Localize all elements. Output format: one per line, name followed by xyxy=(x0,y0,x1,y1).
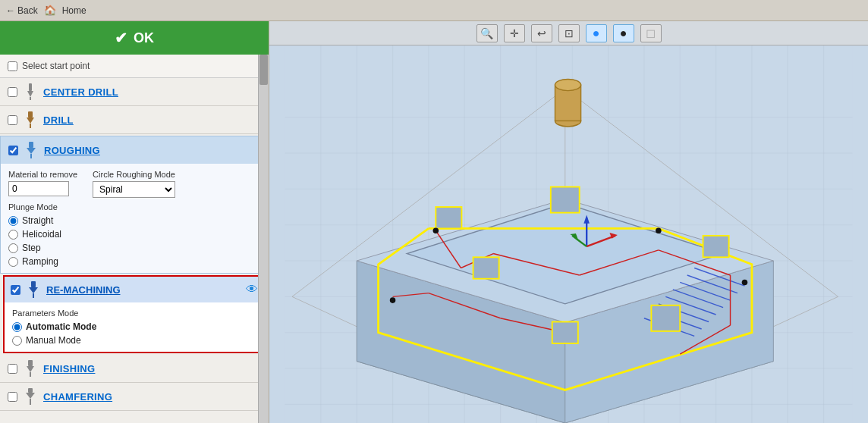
finishing-checkbox[interactable] xyxy=(8,364,17,374)
svg-rect-15 xyxy=(28,388,33,393)
plunge-mode-group: Straight Helicoidal Step Ramping xyxy=(8,215,260,267)
scrollbar-thumb[interactable] xyxy=(259,55,268,85)
svg-rect-9 xyxy=(31,281,36,287)
back-button[interactable]: ← Back xyxy=(6,5,38,16)
params-mode-label: Parameters Mode xyxy=(12,309,256,318)
move-tool-button[interactable]: ✛ xyxy=(504,24,525,42)
viewport-3d-panel: 🔍 ✛ ↩ ⊡ ● ● ◻ xyxy=(269,21,868,423)
svg-marker-4 xyxy=(27,118,34,124)
svg-rect-14 xyxy=(30,372,31,377)
svg-rect-17 xyxy=(30,399,31,405)
finishing-row: FINISHING xyxy=(0,355,269,383)
back-label: Back xyxy=(17,5,38,16)
svg-rect-8 xyxy=(30,154,32,158)
ok-checkmark-icon: ✔ xyxy=(115,29,127,47)
center-drill-name[interactable]: CENTER DRILL xyxy=(43,86,118,98)
topbar-separator: 🏠 xyxy=(44,5,56,16)
svg-point-88 xyxy=(390,297,396,303)
svg-rect-2 xyxy=(30,97,31,100)
panel-scrollbar[interactable] xyxy=(258,55,269,423)
plunge-ramping[interactable]: Ramping xyxy=(8,256,260,267)
plunge-step[interactable]: Step xyxy=(8,243,260,253)
square-icon: ◻ xyxy=(646,26,656,40)
eye-icon[interactable]: 👁 xyxy=(246,283,258,296)
material-label: Material to remove xyxy=(8,170,77,179)
svg-rect-11 xyxy=(33,293,34,298)
chamfering-name[interactable]: CHAMFERING xyxy=(43,391,112,403)
svg-rect-12 xyxy=(28,360,33,366)
select-start-row: Select start point xyxy=(0,55,269,78)
material-col: Material to remove xyxy=(8,170,77,196)
dark-circle-icon: ● xyxy=(620,27,627,40)
drill-checkbox[interactable] xyxy=(8,115,17,125)
roughing-checkbox[interactable] xyxy=(8,146,18,155)
chamfering-checkbox[interactable] xyxy=(8,392,17,402)
top-bar: ← Back 🏠 Home xyxy=(0,0,868,21)
svg-rect-6 xyxy=(29,142,33,148)
chamfering-icon xyxy=(22,388,39,405)
plunge-label: Plunge Mode xyxy=(8,202,260,212)
manual-mode-radio[interactable] xyxy=(12,336,22,346)
remachining-header: RE-MACHINING 👁 xyxy=(5,277,264,302)
home-label: Home xyxy=(62,5,86,16)
svg-marker-13 xyxy=(27,366,34,372)
remachining-name[interactable]: RE-MACHINING xyxy=(46,284,241,296)
svg-rect-0 xyxy=(29,83,32,91)
back-arrow-icon: ← xyxy=(6,5,15,16)
svg-point-79 xyxy=(555,79,581,90)
svg-point-87 xyxy=(656,227,662,233)
viewport-3d[interactable] xyxy=(269,45,868,423)
plunge-step-radio[interactable] xyxy=(8,243,18,253)
remachining-checkbox[interactable] xyxy=(11,285,20,295)
svg-marker-1 xyxy=(27,91,33,97)
center-drill-checkbox[interactable] xyxy=(8,87,17,97)
chamfering-row: CHAMFERING xyxy=(0,383,269,411)
roughing-name[interactable]: ROUGHING xyxy=(44,145,100,156)
svg-rect-71 xyxy=(436,207,461,228)
roughing-icon xyxy=(23,142,39,158)
blue-tool-button[interactable]: ● xyxy=(586,24,607,42)
main-layout: ✔ OK Select start point xyxy=(0,21,868,423)
plunge-helicoidal[interactable]: Helicoidal xyxy=(8,229,260,240)
svg-rect-73 xyxy=(703,236,729,257)
center-drill-icon xyxy=(22,83,39,100)
circle-mode-label: Circle Roughing Mode xyxy=(93,170,175,179)
svg-marker-10 xyxy=(29,287,38,293)
zoom-icon: 🔍 xyxy=(480,27,493,39)
drill-name[interactable]: DRILL xyxy=(43,114,74,126)
drill-icon xyxy=(22,111,39,128)
dark-tool-button[interactable]: ● xyxy=(613,24,634,42)
finishing-name[interactable]: FINISHING xyxy=(43,363,95,374)
svg-point-86 xyxy=(433,227,439,233)
plunge-straight[interactable]: Straight xyxy=(8,215,260,226)
svg-rect-72 xyxy=(551,187,580,213)
remachining-icon xyxy=(25,281,42,298)
plunge-ramping-radio[interactable] xyxy=(8,257,18,267)
plunge-helicoidal-radio[interactable] xyxy=(8,230,18,240)
zoom-tool-button[interactable]: 🔍 xyxy=(476,24,498,42)
remachining-section: RE-MACHINING 👁 Parameters Mode Automatic… xyxy=(3,275,266,353)
manual-mode[interactable]: Manual Mode xyxy=(12,335,256,346)
left-panel-inner: Select start point CENTER DRILL xyxy=(0,55,269,423)
automatic-mode-radio[interactable] xyxy=(12,322,22,332)
toolbar-3d: 🔍 ✛ ↩ ⊡ ● ● ◻ xyxy=(269,21,868,45)
center-drill-row: CENTER DRILL xyxy=(0,78,269,106)
3d-scene-svg xyxy=(269,45,868,423)
circle-mode-select[interactable]: Spiral Standard Helical xyxy=(93,181,175,198)
panel-scroll[interactable]: Select start point CENTER DRILL xyxy=(0,55,269,423)
svg-rect-5 xyxy=(30,124,31,128)
automatic-mode[interactable]: Automatic Mode xyxy=(12,321,256,332)
params-mode-group: Automatic Mode Manual Mode xyxy=(12,321,256,346)
plunge-straight-radio[interactable] xyxy=(8,216,18,226)
home-button[interactable]: Home xyxy=(62,5,86,16)
drill-row: DRILL xyxy=(0,106,269,134)
ok-button[interactable]: ✔ OK xyxy=(0,21,269,55)
fit-tool-button[interactable]: ⊡ xyxy=(558,24,580,42)
select-start-checkbox[interactable] xyxy=(8,61,17,71)
undo-tool-button[interactable]: ↩ xyxy=(531,24,552,42)
select-start-label: Select start point xyxy=(22,61,90,71)
material-input[interactable] xyxy=(8,181,69,196)
square-tool-button[interactable]: ◻ xyxy=(640,24,662,42)
left-panel: ✔ OK Select start point xyxy=(0,21,269,423)
ok-label: OK xyxy=(134,30,154,46)
